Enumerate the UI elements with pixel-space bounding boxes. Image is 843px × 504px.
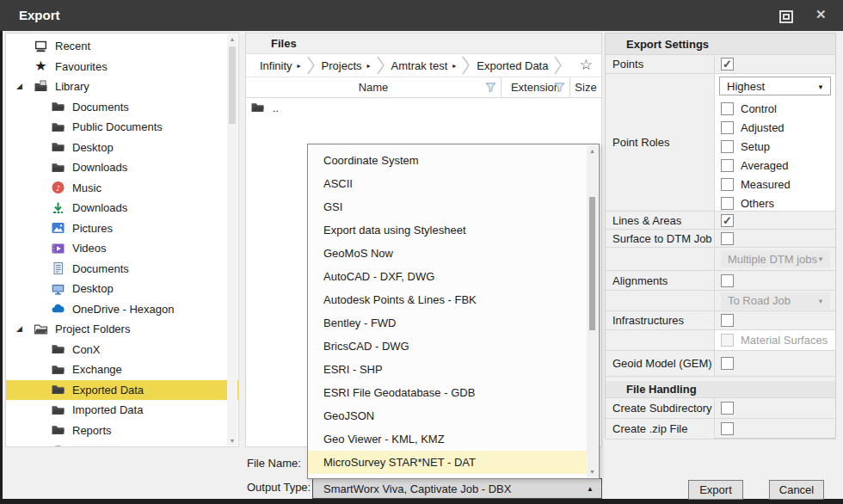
close-icon[interactable]: ✕ bbox=[815, 7, 827, 22]
sidebar-item-downloads-user[interactable]: Downloads bbox=[6, 198, 238, 218]
restore-window-icon[interactable] bbox=[779, 10, 793, 23]
sidebar-scrollbar[interactable]: ▲ ▼ bbox=[227, 34, 237, 446]
download-icon bbox=[51, 201, 65, 215]
dropdown-option[interactable]: Geo Viewer - KML, KMZ bbox=[308, 427, 588, 451]
dropdown-option[interactable]: AutoCAD - DXF, DWG bbox=[308, 265, 588, 288]
sidebar-item-desktop-user[interactable]: Desktop bbox=[6, 279, 238, 299]
sidebar-item-videos[interactable]: Videos bbox=[6, 238, 238, 259]
favourite-star-icon[interactable]: ☆ bbox=[580, 56, 593, 74]
output-type-combobox[interactable]: SmartWorx Viva, Captivate Job - DBX ▲ bbox=[312, 478, 602, 499]
control-checkbox[interactable] bbox=[721, 102, 734, 115]
sidebar-item-desktop[interactable]: Desktop bbox=[6, 138, 238, 158]
scroll-down-icon[interactable]: ▼ bbox=[227, 438, 237, 444]
infrastructures-row: Infrastructures bbox=[606, 311, 835, 330]
geoid-row: Geoid Model (GEM) bbox=[606, 351, 835, 377]
dropdown-option-highlighted[interactable]: MicroSurvey STAR*NET - DAT bbox=[308, 451, 588, 474]
dropdown-option[interactable]: GSI bbox=[308, 195, 588, 218]
sidebar-item-onedrive[interactable]: OneDrive - Hexagon bbox=[6, 299, 238, 320]
surface-dtm-checkbox[interactable] bbox=[721, 232, 734, 245]
expander-icon[interactable]: ◢ bbox=[16, 83, 22, 90]
breadcrumb-dropdown-arrow-icon[interactable]: ▸ bbox=[367, 62, 371, 70]
sidebar-item-conx[interactable]: ConX bbox=[6, 340, 238, 360]
role-option-averaged: Averaged bbox=[719, 156, 835, 175]
sidebar-item-exchange[interactable]: Exchange bbox=[6, 360, 238, 380]
scroll-up-icon[interactable]: ▲ bbox=[227, 36, 237, 42]
expander-icon[interactable]: ◢ bbox=[16, 325, 22, 333]
breadcrumb-dropdown-arrow-icon[interactable]: ▸ bbox=[452, 62, 456, 70]
sidebar-item-exported-data-selected[interactable]: Exported Data bbox=[6, 380, 239, 401]
breadcrumb-segment-exported-data[interactable]: Exported Data bbox=[471, 59, 553, 72]
create-subdirectory-checkbox[interactable] bbox=[721, 402, 734, 415]
dropdown-option[interactable]: ESRI - SHP bbox=[308, 358, 588, 381]
sidebar-item-documents-user[interactable]: Documents bbox=[6, 259, 238, 280]
titlebar: Export ✕ bbox=[0, 0, 843, 31]
sidebar-item-favourites[interactable]: ★ Favourites bbox=[6, 57, 238, 77]
folder-icon bbox=[250, 101, 265, 114]
cancel-button[interactable]: Cancel bbox=[769, 480, 824, 500]
setup-checkbox[interactable] bbox=[721, 140, 734, 153]
sidebar-item-project-folders[interactable]: ◢ Project Folders bbox=[6, 319, 238, 340]
alignments-checkbox[interactable] bbox=[721, 274, 734, 287]
dropdown-option[interactable]: ASCII bbox=[308, 172, 588, 195]
chevron-down-icon: ▼ bbox=[817, 255, 824, 263]
dropdown-option[interactable]: ESRI File Geodatabase - GDB bbox=[308, 381, 588, 404]
sidebar-item-documents[interactable]: Documents bbox=[6, 97, 238, 118]
column-header-size[interactable]: Size bbox=[569, 77, 601, 97]
sidebar-item-imported-data[interactable]: Imported Data bbox=[6, 400, 238, 421]
sidebar-item-music[interactable]: ♪ Music bbox=[6, 178, 238, 199]
file-handling-title: File Handling bbox=[606, 381, 835, 398]
sidebar-item-library[interactable]: ◢ Library bbox=[6, 77, 238, 97]
sidebar-item-label: Exchange bbox=[72, 363, 122, 376]
scrollbar-thumb[interactable] bbox=[229, 46, 236, 124]
sidebar-item-downloads[interactable]: Downloads bbox=[6, 157, 238, 178]
file-row-parent-directory[interactable]: .. bbox=[246, 98, 601, 117]
filter-funnel-icon[interactable] bbox=[485, 82, 496, 93]
files-table-header: Name Extension Size bbox=[246, 77, 601, 98]
scrollbar-thumb[interactable] bbox=[589, 197, 595, 330]
breadcrumb-segment-amtrak-test[interactable]: Amtrak test ▸ bbox=[386, 59, 462, 72]
sidebar-item-public-documents[interactable]: Public Documents bbox=[6, 117, 238, 138]
column-header-name[interactable]: Name bbox=[246, 77, 501, 97]
sidebar-item-label: ConX bbox=[72, 343, 101, 356]
breadcrumb-segment-projects[interactable]: Projects ▸ bbox=[317, 59, 376, 72]
scroll-up-icon[interactable]: ▲ bbox=[587, 148, 598, 154]
folder-icon bbox=[51, 403, 65, 417]
dropdown-scrollbar[interactable]: ▲ ▼ bbox=[587, 145, 598, 477]
lines-areas-checkbox[interactable] bbox=[721, 214, 734, 227]
dropdown-option[interactable]: GeoMoS Now bbox=[308, 242, 588, 265]
export-settings-title: Export Settings bbox=[606, 34, 835, 55]
scroll-down-icon[interactable]: ▼ bbox=[587, 469, 598, 475]
sidebar-item-pictures[interactable]: Pictures bbox=[6, 218, 238, 239]
dropdown-option[interactable]: Coordinate System bbox=[308, 149, 588, 172]
sidebar-item-reports[interactable]: Reports bbox=[6, 421, 238, 441]
measured-checkbox[interactable] bbox=[721, 178, 734, 191]
folder-icon bbox=[51, 363, 65, 377]
filter-funnel-icon[interactable] bbox=[554, 82, 565, 93]
breadcrumb-dropdown-arrow-icon[interactable]: ▸ bbox=[298, 62, 301, 70]
breadcrumb-segment-infinity[interactable]: Infinity ▸ bbox=[255, 59, 306, 72]
sidebar-item-clipped[interactable] bbox=[6, 440, 238, 447]
dropdown-option[interactable]: GeoJSON bbox=[308, 404, 588, 427]
dropdown-option[interactable]: Export data using Stylesheet bbox=[308, 218, 588, 242]
geoid-checkbox[interactable] bbox=[721, 357, 734, 370]
averaged-checkbox[interactable] bbox=[721, 159, 734, 172]
dropdown-option[interactable]: Autodesk Points & Lines - FBK bbox=[308, 288, 588, 311]
window-title: Export bbox=[19, 8, 60, 22]
others-checkbox[interactable] bbox=[721, 197, 734, 210]
to-road-job-dropdown-disabled: To Road Job ▼ bbox=[721, 292, 830, 310]
infrastructures-checkbox[interactable] bbox=[721, 314, 734, 327]
create-zip-label: Create .zip File bbox=[606, 419, 715, 439]
sidebar-item-label: Documents bbox=[72, 101, 129, 114]
pictures-icon bbox=[51, 221, 65, 235]
column-header-extension[interactable]: Extension bbox=[501, 77, 569, 97]
adjusted-checkbox[interactable] bbox=[721, 121, 734, 134]
dropdown-option[interactable]: Bentley - FWD bbox=[308, 311, 588, 335]
point-roles-dropdown[interactable]: Highest ▼ bbox=[719, 77, 831, 95]
export-button[interactable]: Export bbox=[688, 480, 743, 500]
points-checkbox[interactable] bbox=[721, 58, 734, 71]
chevron-separator-icon bbox=[461, 55, 471, 76]
output-type-dropdown-list: Coordinate System ASCII GSI Export data … bbox=[307, 144, 600, 479]
sidebar-item-recent[interactable]: Recent bbox=[6, 36, 238, 57]
create-zip-checkbox[interactable] bbox=[721, 422, 734, 435]
dropdown-option[interactable]: BricsCAD - DWG bbox=[308, 335, 588, 358]
